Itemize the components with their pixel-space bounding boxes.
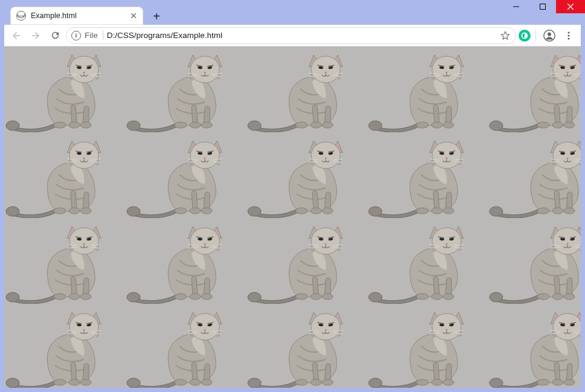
new-tab-button[interactable]: + [148,8,165,25]
forward-icon [30,30,41,41]
tab-close-button[interactable] [129,11,138,21]
extension-icon [521,32,528,39]
tab-strip: Example.html + [4,4,165,25]
url-scheme-chip: File [85,31,103,40]
page-viewport[interactable] [4,47,581,388]
star-icon [500,31,510,40]
menu-button[interactable] [560,27,577,44]
svg-point-12 [567,37,569,39]
svg-point-11 [567,34,569,36]
reload-icon [50,30,60,40]
svg-point-9 [548,32,551,36]
url-text: D:/CSS/programs/Example.html [107,31,495,40]
plus-icon: + [153,10,160,24]
tab-active[interactable]: Example.html [10,7,143,25]
tab-title: Example.html [31,11,124,20]
window-maximize-button[interactable] [529,0,556,13]
close-icon [131,13,136,18]
profile-icon [543,29,556,42]
reload-button[interactable] [47,27,63,44]
browser-window: Example.html + i File D:/CSS/programs/Ex… [4,4,581,388]
forward-button[interactable] [27,27,44,44]
close-icon [567,4,574,10]
maximize-icon [540,4,546,10]
titlebar: Example.html + [4,4,581,25]
back-icon [11,30,22,41]
window-controls [503,0,585,13]
toolbar: i File D:/CSS/programs/Example.html [4,25,581,47]
extension-badge[interactable] [519,30,531,42]
info-icon[interactable]: i [71,31,81,40]
window-minimize-button[interactable] [503,0,529,13]
svg-point-10 [567,31,569,33]
bookmark-button[interactable] [499,29,512,42]
page-body-cat-background [4,47,581,388]
profile-button[interactable] [541,27,558,44]
globe-icon [16,11,26,21]
svg-rect-6 [540,4,546,10]
menu-icon [564,31,574,40]
omnibox[interactable]: i File D:/CSS/programs/Example.html [66,27,516,44]
toolbar-divider [535,30,536,42]
back-button[interactable] [8,27,25,44]
window-close-button[interactable] [556,0,585,13]
minimize-icon [513,4,519,10]
